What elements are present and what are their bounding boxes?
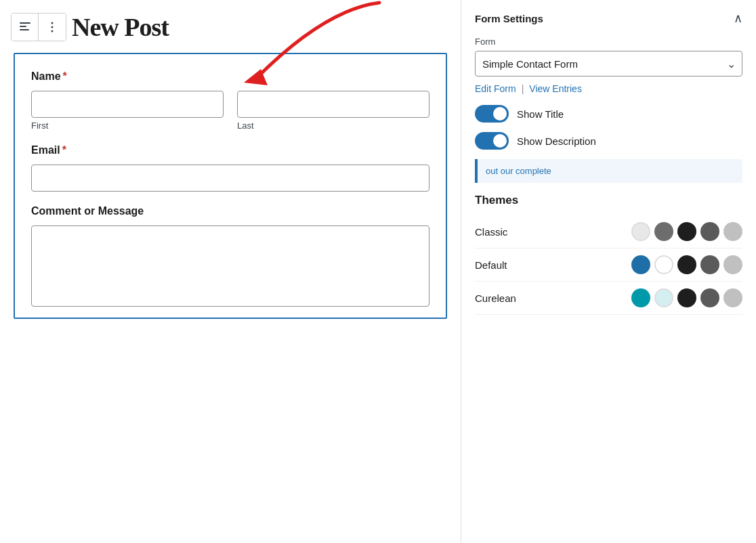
- svg-rect-0: [20, 22, 30, 24]
- email-label: Email*: [31, 144, 429, 156]
- form-links: Edit Form | View Entries: [475, 83, 742, 94]
- default-color-5[interactable]: [723, 255, 742, 274]
- curelean-color-1[interactable]: [631, 288, 650, 307]
- theme-row-default: Default: [475, 248, 742, 282]
- panel-title: Form Settings: [475, 13, 543, 24]
- theme-curelean-colors: [631, 288, 742, 307]
- email-required-star: *: [62, 144, 66, 156]
- default-color-2[interactable]: [654, 255, 673, 274]
- name-field-group: Name* First Last: [31, 70, 429, 131]
- message-textarea[interactable]: [31, 225, 429, 307]
- default-color-3[interactable]: [677, 255, 696, 274]
- name-label: Name*: [31, 70, 429, 83]
- classic-color-1[interactable]: [631, 222, 650, 241]
- name-row: First Last: [31, 91, 429, 131]
- form-select[interactable]: Simple Contact Form Contact Form Newslet…: [475, 51, 742, 77]
- themes-title: Themes: [475, 194, 742, 207]
- theme-default-colors: [631, 255, 742, 274]
- page-title: New Post: [72, 12, 169, 42]
- theme-classic-label: Classic: [475, 226, 536, 238]
- themes-section: Themes Classic Default: [475, 194, 742, 315]
- show-description-row: Show Description: [475, 132, 742, 150]
- svg-rect-1: [20, 26, 26, 27]
- svg-point-3: [51, 22, 54, 24]
- panel-header: Form Settings ∧: [475, 11, 742, 26]
- edit-form-link[interactable]: Edit Form: [475, 83, 516, 94]
- first-name-input[interactable]: [31, 91, 224, 118]
- list-icon: [18, 20, 32, 34]
- default-color-4[interactable]: [700, 255, 719, 274]
- first-name-group: First: [31, 91, 224, 131]
- last-name-group: Last: [237, 91, 429, 131]
- curelean-color-4[interactable]: [700, 288, 719, 307]
- link-separator: |: [522, 83, 524, 94]
- classic-color-5[interactable]: [723, 222, 742, 241]
- view-entries-link[interactable]: View Entries: [529, 83, 582, 94]
- last-label: Last: [237, 121, 429, 131]
- message-field-group: Comment or Message: [31, 205, 429, 307]
- right-panel: Form Settings ∧ Form Simple Contact Form…: [461, 0, 756, 543]
- theme-classic-colors: [631, 222, 742, 241]
- curelean-color-5[interactable]: [723, 288, 742, 307]
- theme-row-curelean: Curelean: [475, 282, 742, 315]
- show-title-toggle[interactable]: [475, 105, 509, 123]
- show-description-toggle[interactable]: [475, 132, 509, 150]
- list-icon-button[interactable]: [12, 14, 39, 41]
- last-name-input[interactable]: [237, 91, 429, 118]
- left-panel: New Post Name* First Last: [0, 0, 461, 543]
- show-description-label: Show Description: [517, 135, 596, 147]
- dots-icon-button[interactable]: [39, 14, 66, 41]
- classic-color-4[interactable]: [700, 222, 719, 241]
- email-field-group: Email*: [31, 144, 429, 192]
- default-color-1[interactable]: [631, 255, 650, 274]
- form-section-label: Form: [475, 37, 742, 47]
- email-input[interactable]: [31, 165, 429, 192]
- svg-rect-2: [20, 29, 29, 30]
- curelean-color-2[interactable]: [654, 288, 673, 307]
- theme-row-classic: Classic: [475, 215, 742, 248]
- form-select-wrapper: Simple Contact Form Contact Form Newslet…: [475, 51, 742, 77]
- classic-color-3[interactable]: [677, 222, 696, 241]
- show-title-row: Show Title: [475, 105, 742, 123]
- classic-color-2[interactable]: [654, 222, 673, 241]
- dots-icon: [51, 21, 54, 33]
- message-label: Comment or Message: [31, 205, 429, 217]
- name-required-star: *: [63, 70, 67, 82]
- theme-curelean-label: Curelean: [475, 292, 536, 304]
- svg-point-4: [51, 26, 54, 28]
- toolbar-icons: [11, 13, 66, 41]
- first-label: First: [31, 121, 224, 131]
- form-preview: Name* First Last Email* Comment or: [14, 53, 447, 319]
- top-bar: New Post: [0, 7, 461, 47]
- theme-default-label: Default: [475, 259, 536, 271]
- ad-banner[interactable]: out our complete: [475, 159, 742, 183]
- svg-point-5: [51, 30, 54, 32]
- collapse-button[interactable]: ∧: [734, 11, 742, 26]
- show-title-label: Show Title: [517, 108, 564, 120]
- curelean-color-3[interactable]: [677, 288, 696, 307]
